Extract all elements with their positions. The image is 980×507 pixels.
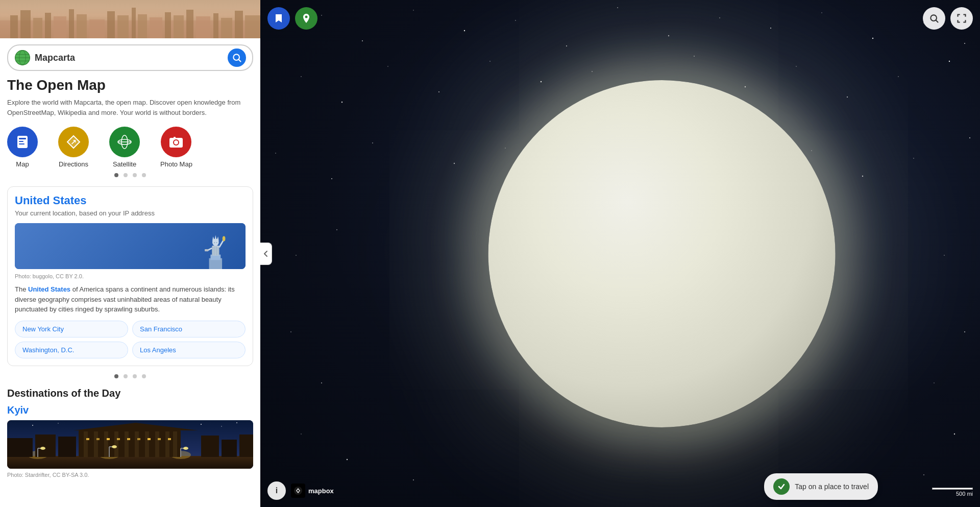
directions-label: Directions (59, 160, 88, 168)
info-button[interactable]: i (267, 481, 286, 500)
map-top-left-nav (267, 7, 317, 30)
svg-point-102 (221, 426, 222, 427)
tap-check-icon (773, 478, 790, 495)
map-search-button[interactable] (923, 7, 945, 30)
svg-point-103 (236, 422, 237, 423)
destinations-title: Destinations of the Day (7, 388, 253, 399)
mode-satellite[interactable]: Satellite (109, 127, 140, 168)
svg-point-52 (214, 242, 215, 243)
svg-rect-75 (86, 438, 89, 440)
svg-point-116 (872, 38, 873, 39)
photo-credit: Photo: buggolo, CC BY 2.0. (15, 273, 246, 279)
svg-rect-66 (104, 431, 108, 457)
svg-rect-13 (150, 17, 162, 38)
skyline-svg (0, 5, 260, 38)
svg-rect-7 (77, 14, 87, 38)
main-content: The Open Map Explore the world with Mapc… (0, 77, 260, 488)
svg-rect-43 (174, 137, 176, 139)
city-btn-los-angeles[interactable]: Los Angeles (132, 342, 246, 358)
loc-dot-3[interactable] (133, 374, 137, 378)
kyiv-image (7, 420, 253, 469)
svg-rect-76 (96, 438, 100, 440)
dot-4[interactable] (142, 173, 146, 177)
svg-point-129 (796, 66, 797, 67)
dest-photo-credit: Photo: Stardrifter, CC BY-SA 3.0. (7, 472, 253, 478)
directions-icon-circle: ↗ (58, 127, 89, 157)
city-btn-washington[interactable]: Washington, D.C. (15, 342, 128, 358)
mapbox-icon (291, 484, 305, 498)
kyiv-cityscape (7, 420, 253, 469)
svg-point-127 (694, 56, 695, 57)
fullscreen-icon (957, 13, 967, 23)
svg-rect-80 (137, 438, 140, 440)
satellite-label: Satellite (113, 160, 136, 168)
map-bookmark-button[interactable] (267, 7, 290, 30)
svg-point-148 (336, 229, 337, 230)
dot-2[interactable] (124, 173, 128, 177)
map-location-button[interactable] (295, 7, 317, 30)
search-input[interactable]: Mapcarta (35, 53, 228, 63)
satellite-icon (115, 133, 134, 151)
svg-point-113 (719, 17, 720, 18)
svg-point-120 (341, 102, 342, 103)
svg-rect-1 (10, 15, 18, 38)
svg-rect-82 (158, 438, 161, 440)
svg-point-165 (297, 490, 299, 492)
svg-rect-8 (89, 19, 105, 38)
svg-point-108 (464, 30, 465, 31)
dot-3[interactable] (133, 173, 137, 177)
city-btn-san-francisco[interactable]: San Francisco (132, 321, 246, 337)
svg-rect-57 (205, 249, 208, 251)
svg-point-112 (668, 35, 669, 36)
dest-city-name[interactable]: Kyiv (7, 404, 253, 416)
mode-map[interactable]: Map (7, 127, 38, 168)
mapbox-logo: mapbox (291, 484, 334, 498)
svg-point-146 (969, 137, 970, 138)
svg-rect-78 (117, 438, 120, 440)
svg-point-133 (275, 153, 276, 154)
svg-point-114 (770, 28, 771, 29)
svg-rect-84 (7, 438, 33, 457)
location-subtitle: Your current location, based on your IP … (15, 209, 246, 217)
svg-line-28 (239, 60, 241, 62)
map-panel[interactable]: i mapbox Tap on a place to travel 500 mi (260, 0, 980, 507)
svg-point-99 (32, 425, 33, 426)
loc-dot-2[interactable] (124, 374, 128, 378)
mapbox-logo-icon (293, 486, 303, 495)
desc-prefix: The (15, 285, 28, 293)
svg-rect-64 (84, 431, 88, 457)
directions-icon: ↗ (64, 133, 83, 151)
svg-point-95 (112, 445, 117, 448)
loc-dot-1[interactable] (114, 374, 118, 378)
bookmark-icon (273, 13, 284, 24)
location-title[interactable]: United States (15, 194, 246, 207)
collapse-panel-arrow[interactable] (260, 243, 272, 265)
svg-rect-87 (201, 436, 219, 457)
svg-rect-79 (127, 438, 130, 440)
search-button[interactable] (228, 49, 246, 67)
svg-point-132 (949, 61, 950, 62)
city-btn-new-york[interactable]: New York City (15, 321, 128, 337)
mode-icons-row: Map ↗ Directions (7, 127, 253, 168)
svg-line-54 (219, 240, 224, 247)
scale-bar: 500 mi (932, 488, 973, 497)
svg-rect-69 (135, 431, 139, 457)
dot-1[interactable] (114, 173, 118, 177)
mode-directions[interactable]: ↗ Directions (58, 127, 89, 168)
main-title: The Open Map (7, 77, 253, 93)
svg-point-155 (934, 382, 935, 383)
svg-point-115 (821, 12, 822, 13)
mode-photo-map[interactable]: Photo Map (160, 127, 192, 168)
map-fullscreen-button[interactable] (950, 7, 973, 30)
svg-point-100 (58, 423, 59, 424)
statue-of-liberty-icon (201, 226, 230, 269)
loc-dot-4[interactable] (142, 374, 146, 378)
svg-rect-11 (132, 8, 136, 38)
map-label: Map (16, 160, 29, 168)
svg-rect-6 (69, 9, 74, 38)
united-states-link[interactable]: United States (28, 285, 70, 293)
svg-point-92 (40, 447, 45, 450)
svg-rect-88 (222, 440, 237, 457)
photo-map-icon-circle (161, 127, 191, 157)
search-bar[interactable]: Mapcarta (7, 44, 253, 71)
